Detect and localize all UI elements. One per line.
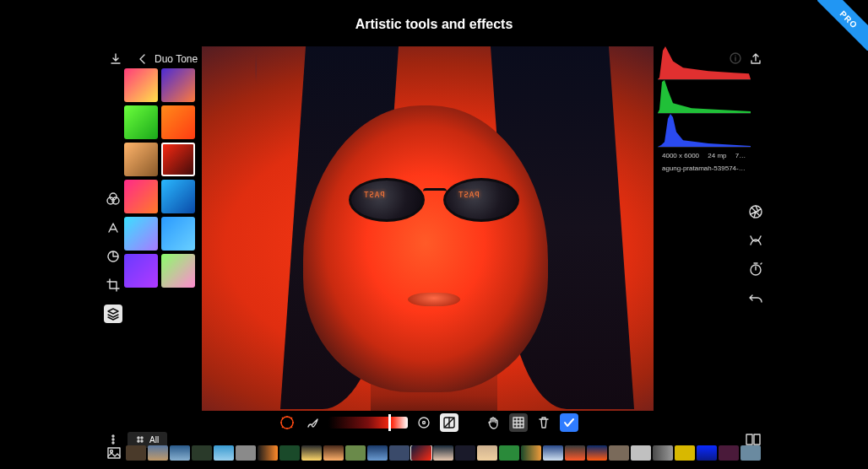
page-title: Artistic tools and effects bbox=[0, 17, 868, 32]
duotone-swatch[interactable] bbox=[161, 105, 195, 139]
image-zoom: 71% bbox=[735, 152, 749, 159]
filmstrip-thumb[interactable] bbox=[697, 445, 717, 461]
adjust-icon[interactable] bbox=[747, 232, 764, 249]
canvas[interactable]: PAST PAST bbox=[202, 46, 654, 411]
filmstrip-thumb[interactable] bbox=[741, 445, 761, 461]
editor-frame: Duo Tone bbox=[100, 46, 768, 464]
filmstrip-thumb[interactable] bbox=[455, 445, 475, 461]
lens-left: PAST bbox=[349, 178, 425, 222]
filmstrip-thumb[interactable] bbox=[653, 445, 673, 461]
filmstrip-thumb[interactable] bbox=[499, 445, 519, 461]
filmstrip-thumb[interactable] bbox=[477, 445, 497, 461]
text-tool-icon[interactable] bbox=[104, 218, 122, 237]
shape-tool-icon[interactable] bbox=[104, 247, 122, 266]
duotone-swatch[interactable] bbox=[124, 68, 158, 102]
svg-point-25 bbox=[138, 437, 139, 439]
filmstrip-thumb[interactable] bbox=[609, 445, 629, 461]
pro-label: PRO bbox=[817, 0, 868, 51]
filmstrip-thumb[interactable] bbox=[587, 445, 607, 461]
subject-face bbox=[303, 105, 548, 392]
duotone-swatch[interactable] bbox=[161, 180, 195, 213]
filmstrip-thumb[interactable] bbox=[279, 445, 300, 461]
back-icon[interactable] bbox=[138, 53, 148, 65]
image-dimensions: 4000 x 6000 bbox=[662, 152, 699, 159]
filmstrip-thumb[interactable] bbox=[170, 445, 190, 461]
svg-point-26 bbox=[141, 437, 143, 439]
lens-reflection: PAST bbox=[363, 191, 385, 199]
color-tool-icon[interactable] bbox=[104, 190, 122, 208]
filmstrip-thumb[interactable] bbox=[236, 445, 256, 461]
aperture-icon[interactable] bbox=[747, 203, 764, 220]
lens-right: PAST bbox=[443, 178, 519, 222]
filmstrip-thumb[interactable] bbox=[521, 445, 541, 461]
subject-sunglasses: PAST PAST bbox=[349, 173, 526, 227]
filmstrip-thumb[interactable] bbox=[301, 445, 322, 461]
filmstrip-thumb[interactable] bbox=[411, 445, 431, 461]
duotone-palette bbox=[124, 68, 195, 288]
pro-ribbon[interactable]: PRO bbox=[817, 0, 868, 51]
filmstrip-thumb[interactable] bbox=[323, 445, 344, 461]
undo-icon[interactable] bbox=[747, 289, 764, 306]
panel-title: Duo Tone bbox=[155, 53, 198, 65]
svg-marker-5 bbox=[658, 80, 751, 113]
svg-point-23 bbox=[112, 439, 114, 440]
histogram-blue bbox=[658, 114, 751, 148]
histogram-green bbox=[658, 80, 751, 114]
filmstrip-thumb[interactable] bbox=[543, 445, 563, 461]
layers-tool-icon[interactable] bbox=[104, 305, 122, 323]
duotone-swatch[interactable] bbox=[161, 143, 195, 176]
image-meta: 4000 x 6000 24 mp 71% bbox=[658, 148, 751, 160]
histogram-red bbox=[658, 46, 751, 80]
duotone-swatch[interactable] bbox=[124, 254, 158, 288]
filmstrip-thumb[interactable] bbox=[389, 445, 410, 461]
filmstrip-thumb[interactable] bbox=[719, 445, 739, 461]
filmstrip-thumb[interactable] bbox=[126, 445, 146, 461]
svg-marker-6 bbox=[658, 114, 751, 147]
filmstrip-thumb[interactable] bbox=[433, 445, 453, 461]
crop-tool-icon[interactable] bbox=[104, 276, 122, 294]
duotone-swatch[interactable] bbox=[161, 217, 195, 251]
subject-lips bbox=[408, 293, 460, 306]
duotone-swatch[interactable] bbox=[124, 143, 158, 176]
filmstrip-thumbs bbox=[126, 445, 761, 461]
share-icon[interactable] bbox=[749, 51, 762, 65]
filmstrip bbox=[100, 442, 768, 464]
histogram-panel[interactable]: 4000 x 6000 24 mp 71% agung-pratamah-539… bbox=[658, 46, 751, 173]
right-tools bbox=[747, 203, 764, 306]
svg-point-22 bbox=[112, 435, 114, 437]
image-megapixels: 24 mp bbox=[708, 152, 726, 159]
duotone-swatch[interactable] bbox=[161, 68, 195, 102]
add-image-icon[interactable] bbox=[106, 446, 124, 460]
duotone-swatch[interactable] bbox=[124, 105, 158, 139]
image-filename: agung-pratamah-539574-unspla… bbox=[658, 160, 751, 173]
filmstrip-thumb[interactable] bbox=[675, 445, 695, 461]
filmstrip-thumb[interactable] bbox=[192, 445, 212, 461]
filmstrip-thumb[interactable] bbox=[214, 445, 234, 461]
left-tools bbox=[104, 190, 122, 323]
filmstrip-thumb[interactable] bbox=[367, 445, 388, 461]
download-icon[interactable] bbox=[109, 52, 122, 66]
duotone-swatch[interactable] bbox=[124, 217, 158, 251]
lens-reflection: PAST bbox=[458, 191, 480, 199]
svg-point-32 bbox=[111, 450, 113, 453]
filmstrip-thumb[interactable] bbox=[258, 445, 278, 461]
svg-point-19 bbox=[422, 422, 425, 424]
filmstrip-thumb[interactable] bbox=[345, 445, 366, 461]
duotone-swatch[interactable] bbox=[124, 180, 158, 213]
svg-marker-4 bbox=[658, 46, 751, 79]
timer-icon[interactable] bbox=[747, 261, 764, 278]
filmstrip-thumb[interactable] bbox=[631, 445, 651, 461]
filmstrip-thumb[interactable] bbox=[148, 445, 168, 461]
svg-rect-31 bbox=[108, 448, 120, 458]
duotone-swatch[interactable] bbox=[161, 254, 195, 288]
glasses-bridge bbox=[423, 188, 447, 195]
filmstrip-thumb[interactable] bbox=[565, 445, 585, 461]
